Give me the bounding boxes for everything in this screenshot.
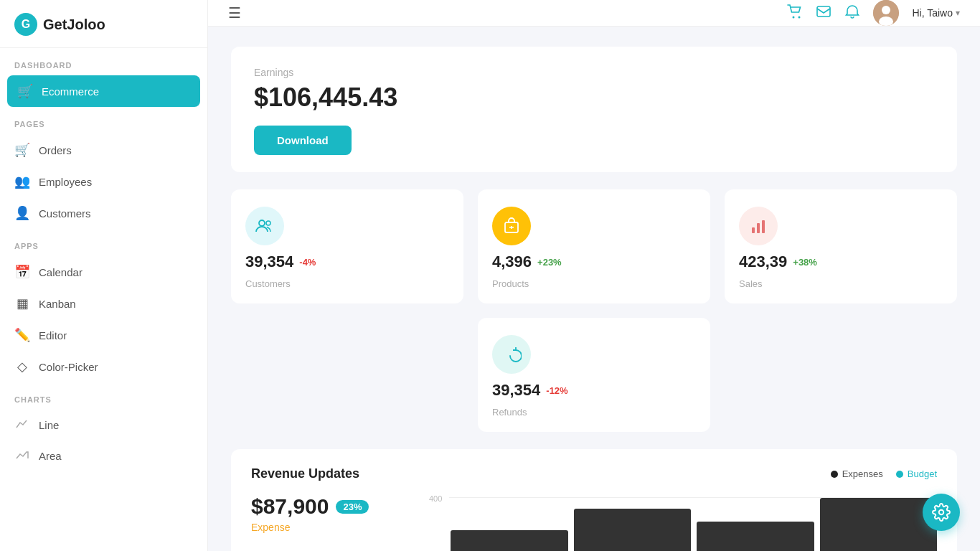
sidebar-item-kanban[interactable]: ▦ Kanban xyxy=(0,288,207,319)
kanban-icon: ▦ xyxy=(14,296,30,311)
sidebar-item-label-editor: Editor xyxy=(39,329,67,342)
revenue-left: $87,900 23% Expense xyxy=(251,494,409,551)
area-icon xyxy=(14,448,30,463)
logo-text: GetJoloo xyxy=(43,17,105,33)
sales-change: +38% xyxy=(793,257,817,268)
editor-icon: ✏️ xyxy=(14,327,30,343)
customers-stat-icon xyxy=(245,207,284,245)
refunds-change: -12% xyxy=(546,385,567,396)
calendar-icon: 📅 xyxy=(14,264,30,280)
customers-change: -4% xyxy=(299,257,316,268)
fab-settings[interactable] xyxy=(923,494,960,531)
ecommerce-icon: 🛒 xyxy=(17,83,33,99)
sidebar-item-label-calendar: Calendar xyxy=(39,266,83,278)
sidebar-item-editor[interactable]: ✏️ Editor xyxy=(0,319,207,351)
customers-count: 39,354 -4% xyxy=(245,253,316,271)
chart-bars xyxy=(451,494,937,551)
main-area: ☰ Hi, Taiwo ▾ Earnings $106,44 xyxy=(208,0,980,551)
sidebar-item-colorpicker[interactable]: ◇ Color-Picker xyxy=(0,351,207,382)
sales-count: 423,39 +38% xyxy=(739,253,817,271)
svg-point-0 xyxy=(793,16,795,18)
refunds-count: 39,354 -12% xyxy=(492,381,568,400)
products-label: Products xyxy=(492,278,529,289)
svg-point-4 xyxy=(882,6,890,14)
chart-bar-1 xyxy=(451,530,568,551)
expenses-label: Expenses xyxy=(842,468,883,479)
earnings-section: Earnings $106,445.43 Download xyxy=(231,47,957,172)
stat-card-customers: 39,354 -4% Customers xyxy=(231,189,463,303)
svg-rect-2 xyxy=(817,6,830,17)
svg-point-6 xyxy=(259,220,265,226)
svg-rect-13 xyxy=(762,220,765,233)
orders-icon: 🛒 xyxy=(14,142,30,158)
svg-point-7 xyxy=(266,221,270,225)
messages-icon[interactable] xyxy=(816,4,831,23)
stat-card-refunds: 39,354 -12% Refunds xyxy=(478,318,710,432)
sidebar: G GetJoloo DASHBOARD 🛒 Ecommerce PAGES 🛒… xyxy=(0,0,208,551)
sidebar-item-line[interactable]: Line xyxy=(0,410,207,441)
menu-hamburger-icon[interactable]: ☰ xyxy=(228,4,241,22)
download-button[interactable]: Download xyxy=(254,126,352,155)
stats-grid: 39,354 -4% Customers 4,396 +23% Products xyxy=(231,189,957,432)
charts-section-label: CHARTS xyxy=(0,382,207,410)
products-stat-icon xyxy=(492,207,531,245)
refunds-stat-icon xyxy=(492,335,531,374)
topbar-left: ☰ xyxy=(228,4,241,22)
sidebar-item-orders[interactable]: 🛒 Orders xyxy=(0,134,207,166)
svg-point-1 xyxy=(798,16,801,18)
chart-bar-4 xyxy=(820,498,938,551)
user-greeting[interactable]: Hi, Taiwo ▾ xyxy=(912,7,960,19)
employees-icon: 👥 xyxy=(14,174,30,189)
customers-icon: 👤 xyxy=(14,205,30,221)
topbar: ☰ Hi, Taiwo ▾ xyxy=(208,0,980,27)
cart-icon[interactable] xyxy=(787,4,803,23)
stat-card-products: 4,396 +23% Products xyxy=(478,189,710,303)
logo-icon: G xyxy=(14,13,37,36)
svg-rect-12 xyxy=(757,223,760,233)
chart-bar-2 xyxy=(574,509,692,551)
legend-expenses: Expenses xyxy=(831,468,883,479)
sidebar-item-label-colorpicker: Color-Picker xyxy=(39,361,98,373)
topbar-right: Hi, Taiwo ▾ xyxy=(787,0,960,26)
sales-label: Sales xyxy=(739,278,763,289)
budget-label: Budget xyxy=(908,468,937,479)
svg-rect-11 xyxy=(752,227,755,233)
revenue-header: Revenue Updates Expenses Budget xyxy=(251,466,937,481)
sidebar-item-label-customers: Customers xyxy=(39,207,91,220)
legend-budget: Budget xyxy=(896,468,937,479)
sidebar-item-employees[interactable]: 👥 Employees xyxy=(0,166,207,197)
sidebar-item-calendar[interactable]: 📅 Calendar xyxy=(0,256,207,288)
sales-stat-icon xyxy=(739,207,778,245)
earnings-value: $106,445.43 xyxy=(254,83,934,113)
sidebar-item-ecommerce[interactable]: 🛒 Ecommerce xyxy=(7,75,200,107)
avatar xyxy=(873,0,899,26)
sidebar-item-area[interactable]: Area xyxy=(0,441,207,471)
expenses-dot xyxy=(831,471,838,478)
revenue-legend: Expenses Budget xyxy=(831,468,937,479)
pages-section-label: PAGES xyxy=(0,107,207,134)
expense-badge: 23% xyxy=(336,500,369,514)
revenue-chart-area: 400 300 xyxy=(429,494,937,551)
earnings-label: Earnings xyxy=(254,67,934,78)
refunds-label: Refunds xyxy=(492,407,527,418)
stat-card-sales: 423,39 +38% Sales xyxy=(725,189,957,303)
customers-label: Customers xyxy=(245,278,291,289)
sidebar-logo: G GetJoloo xyxy=(0,0,207,48)
expense-label: Expense xyxy=(251,522,409,533)
sidebar-item-customers[interactable]: 👤 Customers xyxy=(0,197,207,229)
dashboard-section-label: DASHBOARD xyxy=(0,48,207,75)
budget-dot xyxy=(896,471,903,478)
line-icon xyxy=(14,418,30,433)
sidebar-item-label-area: Area xyxy=(39,450,62,462)
sidebar-item-label-orders: Orders xyxy=(39,144,72,156)
revenue-section: Revenue Updates Expenses Budget $87,900 xyxy=(231,449,957,551)
revenue-body: $87,900 23% Expense 400 300 xyxy=(251,494,937,551)
sidebar-item-label-kanban: Kanban xyxy=(39,298,76,310)
notifications-icon[interactable] xyxy=(844,4,860,23)
sidebar-item-label-line: Line xyxy=(39,419,59,431)
expense-value: $87,900 23% xyxy=(251,494,409,519)
products-count: 4,396 +23% xyxy=(492,253,562,271)
sidebar-item-label-employees: Employees xyxy=(39,176,92,188)
sidebar-item-label-ecommerce: Ecommerce xyxy=(42,85,99,98)
products-change: +23% xyxy=(537,257,562,268)
